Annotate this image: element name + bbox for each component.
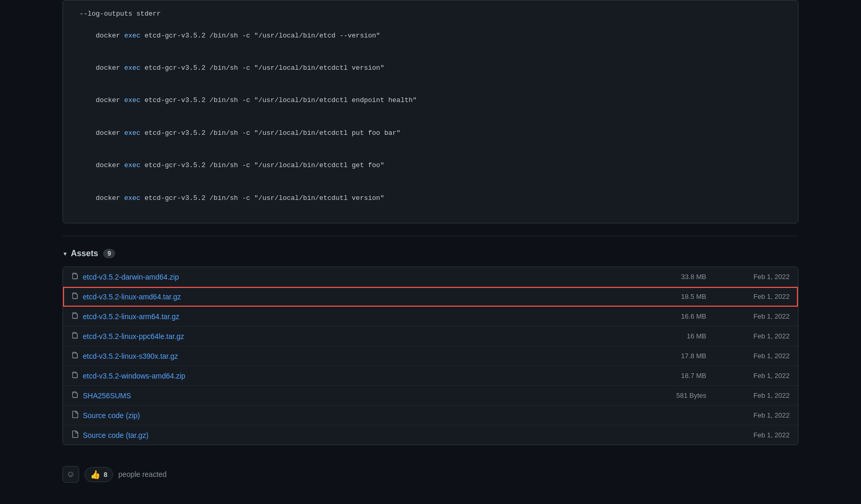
code-text: docker (96, 96, 124, 104)
code-line-3: docker exec etcd-gcr-v3.5.2 /bin/sh -c "… (71, 52, 790, 84)
asset-row-sha256sums[interactable]: SHA256SUMS 581 Bytes Feb 1, 2022 (63, 386, 798, 406)
reactions-bar: ☺ 👍 8 people reacted (63, 458, 798, 491)
asset-size-linux-amd64: 18.5 MB (644, 293, 706, 300)
asset-link-linux-amd64[interactable]: etcd-v3.5.2-linux-amd64.tar.gz (83, 293, 644, 301)
code-keyword: exec (124, 194, 140, 202)
asset-row-linux-ppc64le[interactable]: etcd-v3.5.2-linux-ppc64le.tar.gz 16 MB F… (63, 326, 798, 346)
code-line-1: --log-outputs stderr (71, 9, 790, 20)
asset-size-linux-arm64: 16.6 MB (644, 312, 706, 320)
asset-date-source-tar: Feb 1, 2022 (727, 431, 790, 439)
code-text: etcd-gcr-v3.5.2 /bin/sh -c "/usr/local/b… (141, 129, 401, 137)
asset-row-source-tar[interactable]: Source code (tar.gz) Feb 1, 2022 (63, 425, 798, 445)
code-text: docker (96, 64, 124, 72)
asset-size-darwin: 33.8 MB (644, 273, 706, 281)
assets-list: etcd-v3.5.2-darwin-amd64.zip 33.8 MB Feb… (63, 267, 798, 445)
code-keyword: exec (124, 129, 140, 137)
code-text: etcd-gcr-v3.5.2 /bin/sh -c "/usr/local/b… (141, 161, 384, 169)
asset-date-darwin: Feb 1, 2022 (727, 273, 790, 281)
asset-date-sha256sums: Feb 1, 2022 (727, 392, 790, 399)
thumbsup-count: 8 (104, 471, 107, 478)
code-block: --log-outputs stderr docker exec etcd-gc… (63, 0, 798, 223)
code-text: docker (96, 129, 124, 137)
assets-count-badge: 9 (103, 249, 115, 258)
zip-icon (71, 272, 79, 281)
asset-date-linux-arm64: Feb 1, 2022 (727, 312, 790, 320)
asset-row-linux-amd64[interactable]: etcd-v3.5.2-linux-amd64.tar.gz 18.5 MB F… (63, 287, 798, 307)
asset-size-linux-ppc64le: 16 MB (644, 332, 706, 340)
section-divider (63, 236, 798, 236)
asset-date-linux-s390x: Feb 1, 2022 (727, 352, 790, 360)
zip-icon (71, 332, 79, 341)
assets-toggle-button[interactable]: ▼ Assets (63, 249, 98, 258)
asset-row-darwin[interactable]: etcd-v3.5.2-darwin-amd64.zip 33.8 MB Feb… (63, 267, 798, 287)
code-text: etcd-gcr-v3.5.2 /bin/sh -c "/usr/local/b… (141, 64, 384, 72)
asset-link-linux-arm64[interactable]: etcd-v3.5.2-linux-arm64.tar.gz (83, 312, 644, 321)
asset-link-source-zip[interactable]: Source code (zip) (83, 411, 644, 420)
code-line-4: docker exec etcd-gcr-v3.5.2 /bin/sh -c "… (71, 85, 790, 117)
code-line-7: docker exec etcd-gcr-v3.5.2 /bin/sh -c "… (71, 182, 790, 215)
zip-icon (71, 292, 79, 301)
assets-header: ▼ Assets 9 (63, 249, 798, 258)
code-text: docker (96, 32, 124, 40)
zip-icon (71, 351, 79, 360)
code-keyword: exec (124, 161, 140, 169)
asset-link-source-tar[interactable]: Source code (tar.gz) (83, 431, 644, 439)
asset-row-windows-amd64[interactable]: etcd-v3.5.2-windows-amd64.zip 18.7 MB Fe… (63, 366, 798, 386)
asset-date-windows-amd64: Feb 1, 2022 (727, 372, 790, 380)
thumbsup-reaction-button[interactable]: 👍 8 (84, 467, 113, 482)
code-text: etcd-gcr-v3.5.2 /bin/sh -c "/usr/local/b… (141, 32, 380, 40)
assets-section: ▼ Assets 9 etcd-v3.5.2-darwin-amd64.zip … (63, 249, 798, 445)
asset-link-linux-ppc64le[interactable]: etcd-v3.5.2-linux-ppc64le.tar.gz (83, 332, 644, 341)
asset-size-windows-amd64: 18.7 MB (644, 372, 706, 380)
asset-link-linux-s390x[interactable]: etcd-v3.5.2-linux-s390x.tar.gz (83, 352, 644, 360)
code-keyword: exec (124, 64, 140, 72)
zip-icon (71, 312, 79, 321)
code-line-2: docker exec etcd-gcr-v3.5.2 /bin/sh -c "… (71, 20, 790, 52)
source-icon (71, 431, 79, 439)
reactions-text: people reacted (118, 470, 167, 478)
asset-size-linux-s390x: 17.8 MB (644, 352, 706, 360)
asset-link-darwin[interactable]: etcd-v3.5.2-darwin-amd64.zip (83, 273, 644, 281)
page-wrapper: --log-outputs stderr docker exec etcd-gc… (0, 0, 861, 491)
asset-date-linux-amd64: Feb 1, 2022 (727, 293, 790, 300)
code-line-5: docker exec etcd-gcr-v3.5.2 /bin/sh -c "… (71, 117, 790, 149)
code-text: docker (96, 194, 124, 202)
smiley-icon: ☺ (67, 470, 75, 479)
asset-row-source-zip[interactable]: Source code (zip) Feb 1, 2022 (63, 406, 798, 425)
code-keyword: exec (124, 32, 140, 40)
assets-section-title: Assets (71, 249, 98, 258)
code-line-6: docker exec etcd-gcr-v3.5.2 /bin/sh -c "… (71, 149, 790, 182)
code-text: etcd-gcr-v3.5.2 /bin/sh -c "/usr/local/b… (141, 194, 384, 202)
triangle-icon: ▼ (63, 251, 68, 257)
zip-icon (71, 371, 79, 380)
zip-icon (71, 391, 79, 400)
thumbsup-emoji: 👍 (90, 470, 101, 480)
asset-size-sha256sums: 581 Bytes (644, 392, 706, 399)
add-reaction-button[interactable]: ☺ (63, 466, 79, 483)
asset-date-source-zip: Feb 1, 2022 (727, 411, 790, 419)
code-text: docker (96, 161, 124, 169)
asset-link-sha256sums[interactable]: SHA256SUMS (83, 392, 644, 400)
asset-link-windows-amd64[interactable]: etcd-v3.5.2-windows-amd64.zip (83, 372, 644, 380)
asset-row-linux-arm64[interactable]: etcd-v3.5.2-linux-arm64.tar.gz 16.6 MB F… (63, 307, 798, 326)
code-keyword: exec (124, 96, 140, 104)
code-text: etcd-gcr-v3.5.2 /bin/sh -c "/usr/local/b… (141, 96, 417, 104)
asset-date-linux-ppc64le: Feb 1, 2022 (727, 332, 790, 340)
source-icon (71, 411, 79, 420)
asset-row-linux-s390x[interactable]: etcd-v3.5.2-linux-s390x.tar.gz 17.8 MB F… (63, 346, 798, 366)
